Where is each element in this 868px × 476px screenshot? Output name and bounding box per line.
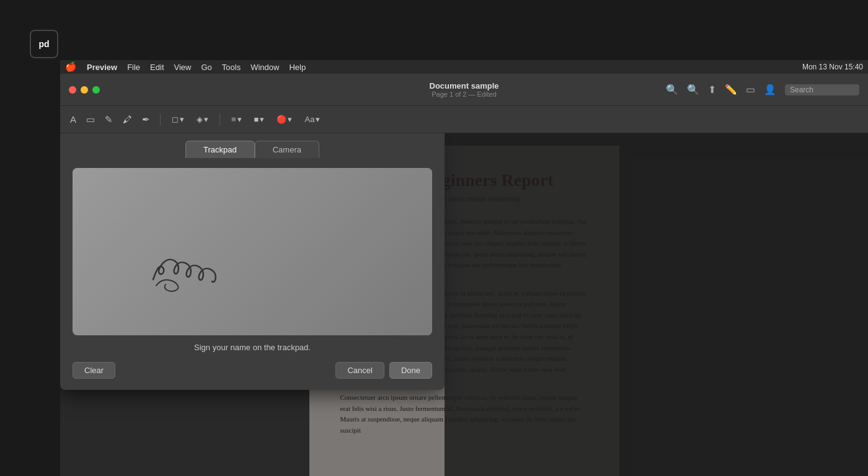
done-button[interactable]: Done — [389, 362, 432, 379]
border-style-button[interactable]: ≡ ▾ — [228, 113, 246, 126]
app-icon: pd — [30, 30, 58, 58]
sketch-tool-icon[interactable]: ✎ — [102, 112, 115, 128]
cancel-button[interactable]: Cancel — [335, 362, 384, 379]
menu-file[interactable]: File — [127, 63, 140, 72]
menu-window[interactable]: Window — [250, 63, 279, 72]
signature-pad-inner — [73, 168, 432, 335]
signature-hint: Sign your name on the trackpad. — [60, 343, 445, 352]
menu-edit[interactable]: Edit — [150, 63, 164, 72]
main-content: gy for Beginners Report et lacus quis en… — [60, 133, 868, 476]
text-style-label: Aa — [304, 115, 314, 124]
menu-tools[interactable]: Tools — [222, 63, 241, 72]
dark-overlay-panel — [445, 133, 868, 476]
menu-bar: 🍎 Preview File Edit View Go Tools Window… — [60, 60, 868, 74]
text-style-chevron: ▾ — [316, 115, 320, 124]
annotation-chevron: ▾ — [204, 115, 208, 124]
close-button[interactable] — [69, 86, 76, 94]
annotation-button[interactable]: ◈ ▾ — [193, 113, 212, 126]
dialog-buttons: Clear Cancel Done — [60, 362, 445, 390]
tab-trackpad[interactable]: Trackpad — [185, 141, 255, 158]
search-bar[interactable]: Search — [785, 84, 859, 95]
dialog-tabs: Trackpad Camera — [60, 133, 445, 158]
toolbar: A ▭ ✎ 🖍 ✒ ◻ ▾ ◈ ▾ ≡ ▾ ■ ▾ 🔴 ▾ Aa ▾ — [60, 106, 868, 133]
signature-dialog: Trackpad Camera — [60, 133, 445, 390]
signature-drawing — [141, 236, 228, 298]
text-tool-icon[interactable]: A — [68, 112, 79, 127]
title-bar-right: 🔍 🔍 ⬆ ✏️ ▭ 👤 Search — [666, 84, 859, 95]
search-placeholder: Search — [790, 86, 813, 94]
menu-go[interactable]: Go — [201, 63, 211, 72]
window-title-area: Document sample Page 1 of 2 — Edited — [430, 81, 499, 98]
fill-style-button[interactable]: ■ ▾ — [250, 113, 268, 126]
minimize-button[interactable] — [81, 86, 88, 94]
clear-button[interactable]: Clear — [73, 362, 115, 379]
shapes-chevron: ▾ — [180, 115, 184, 124]
app-icon-text: pd — [38, 39, 49, 49]
toolbar-sep-1 — [160, 113, 161, 126]
stroke-chevron: ▾ — [288, 115, 292, 124]
stroke-color-button[interactable]: 🔴 ▾ — [273, 113, 296, 126]
apple-menu[interactable]: 🍎 — [65, 61, 77, 73]
pen-tool-icon[interactable]: ✒ — [140, 112, 153, 128]
zoom-in-icon[interactable]: 🔍 — [687, 84, 699, 95]
preview-window: Document sample Page 1 of 2 — Edited 🔍 🔍… — [60, 74, 868, 476]
menu-bar-clock: Mon 13 Nov 15:40 — [802, 63, 863, 71]
profile-icon[interactable]: 👤 — [764, 84, 776, 95]
fill-chevron: ▾ — [260, 115, 264, 124]
zoom-button[interactable] — [92, 86, 100, 94]
dialog-overlay: Trackpad Camera — [60, 133, 868, 476]
traffic-lights — [69, 86, 100, 94]
signature-pad[interactable] — [73, 168, 432, 335]
sidebar-icon[interactable]: ▭ — [746, 84, 755, 95]
menu-help[interactable]: Help — [289, 63, 306, 72]
title-bar: Document sample Page 1 of 2 — Edited 🔍 🔍… — [60, 74, 868, 106]
text-style-button[interactable]: Aa ▾ — [301, 113, 324, 126]
rectangle-tool-icon[interactable]: ▭ — [84, 112, 97, 128]
window-subtitle: Page 1 of 2 — Edited — [432, 90, 497, 98]
share-icon[interactable]: ⬆ — [708, 84, 716, 95]
highlight-tool-icon[interactable]: 🖍 — [120, 112, 135, 127]
markup-icon[interactable]: ✏️ — [725, 84, 737, 95]
fill-icon: ■ — [254, 115, 259, 124]
zoom-out-icon[interactable]: 🔍 — [666, 84, 678, 95]
menu-view[interactable]: View — [174, 63, 192, 72]
tab-camera[interactable]: Camera — [255, 141, 319, 158]
shapes-icon: ◻ — [172, 115, 179, 124]
border-chevron: ▾ — [237, 115, 242, 124]
toolbar-sep-2 — [219, 113, 220, 126]
annotation-icon: ◈ — [197, 115, 203, 124]
menu-preview[interactable]: Preview — [87, 63, 117, 72]
shapes-button[interactable]: ◻ ▾ — [168, 113, 188, 126]
window-title: Document sample — [430, 81, 499, 90]
border-icon: ≡ — [231, 115, 236, 124]
stroke-color-icon: 🔴 — [277, 115, 286, 124]
